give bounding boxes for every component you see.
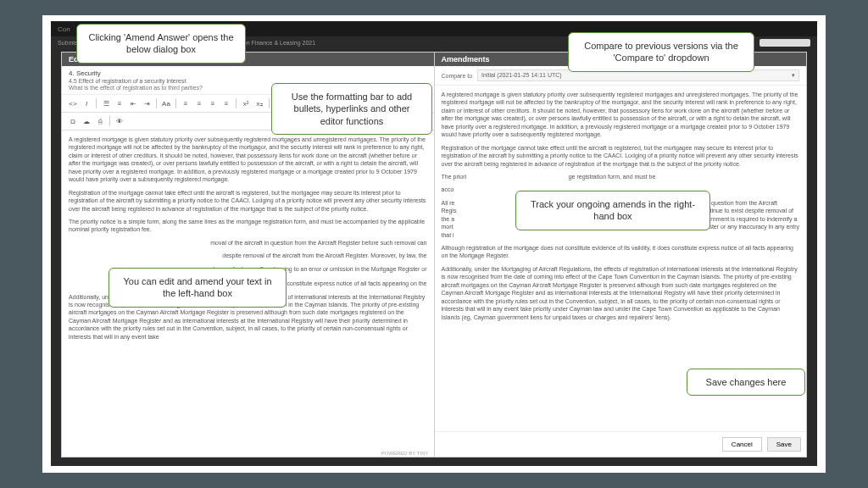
para: Registration of the mortgage cannot take… <box>69 189 427 213</box>
para: Additionally, under the Mortgaging of Ai… <box>442 265 800 321</box>
font-icon[interactable]: Aa <box>160 97 172 109</box>
italic-icon[interactable]: I <box>81 97 92 109</box>
cloud-icon[interactable]: ☁ <box>81 115 92 127</box>
callout-save: Save changes here <box>687 369 805 396</box>
preview-icon[interactable]: 👁 <box>114 115 125 127</box>
compare-label: Compare to <box>442 73 473 79</box>
app-window: Con Submissions › ETS › Finance & Leasin… <box>51 21 817 466</box>
para-frag: despite removal of the aircraft from the… <box>69 252 427 259</box>
subscript-icon[interactable]: x₂ <box>253 97 265 109</box>
para-frag: moval of the aircraft in question from t… <box>69 239 427 247</box>
para: Registration of the mortgage cannot take… <box>442 144 800 168</box>
bullet-list-icon[interactable]: ☰ <box>100 97 112 109</box>
indent-icon[interactable]: ⇥ <box>141 97 153 109</box>
align-left-icon[interactable]: ≡ <box>180 97 192 109</box>
print-icon[interactable]: ⎙ <box>94 115 106 127</box>
superscript-icon[interactable]: x² <box>240 97 252 109</box>
para: A registered mortgage is given statutory… <box>442 91 800 139</box>
align-center-icon[interactable]: ≡ <box>193 97 205 109</box>
app-title: Con <box>58 25 70 33</box>
para: A registered mortgage is given statutory… <box>69 136 427 184</box>
para: Although registration of the mortgage do… <box>442 244 800 260</box>
compare-value: Initial (2021-01-25 14:11 UTC) <box>481 72 562 79</box>
para-frag: The priori ge registration form, and mus… <box>442 173 800 180</box>
align-justify-icon[interactable]: ≡ <box>220 97 232 109</box>
para: The priority notice is a simple form, al… <box>69 218 427 234</box>
save-button[interactable]: Save <box>767 437 801 452</box>
search-input[interactable] <box>760 39 810 47</box>
callout-amend: Clicking 'Amend Answer' opens the below … <box>76 24 246 64</box>
callout-compare: Compare to previous versions via the 'Co… <box>568 32 754 72</box>
code-icon[interactable]: <> <box>67 97 79 109</box>
chevron-down-icon: ▾ <box>792 72 795 79</box>
special-char-icon[interactable]: Ω <box>67 115 79 127</box>
callout-toolbar: Use the formatting bar to add bullets, h… <box>271 83 432 135</box>
align-right-icon[interactable]: ≡ <box>207 97 219 109</box>
outdent-icon[interactable]: ⇤ <box>127 97 139 109</box>
cancel-button[interactable]: Cancel <box>722 437 762 452</box>
powered-by: POWERED BY TINY <box>62 450 434 457</box>
callout-edit: You can edit and amend your text in the … <box>108 268 287 308</box>
button-row: Cancel Save <box>435 431 807 457</box>
amendments-pane: Amendments Compare to Initial (2021-01-2… <box>435 53 807 457</box>
section-number: 4. Security <box>69 69 427 77</box>
callout-track: Track your ongoing amends in the right-h… <box>515 191 710 230</box>
numbered-list-icon[interactable]: ≡ <box>114 97 125 109</box>
amend-dialog: Editor 4. Security 4.5 Effect of registr… <box>61 52 807 458</box>
